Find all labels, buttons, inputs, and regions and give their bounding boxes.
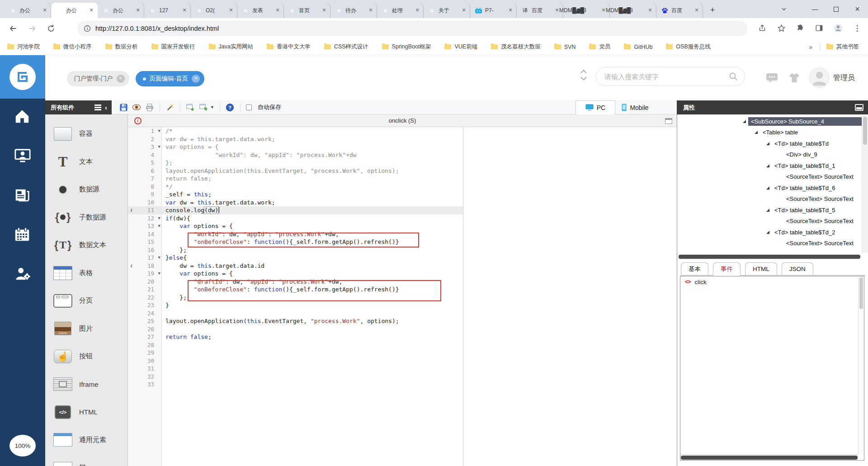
- export-dropdown-icon[interactable]: ▼: [210, 105, 214, 109]
- palette-item-文本[interactable]: T文本: [45, 148, 127, 176]
- tree-horizontal-scrollbar[interactable]: [678, 254, 861, 260]
- browser-tab[interactable]: 百度×: [656, 3, 703, 18]
- browser-tab[interactable]: 首页×: [284, 3, 330, 18]
- apps-shirt-icon[interactable]: [788, 72, 800, 83]
- palette-item-表格[interactable]: 表格: [45, 259, 127, 287]
- events-vertical-scrollbar[interactable]: [858, 276, 864, 454]
- sidebar-item-calendar[interactable]: [14, 226, 32, 244]
- tab-close-icon[interactable]: ×: [134, 7, 142, 14]
- tree-node[interactable]: <Table> table: [677, 127, 862, 138]
- browser-tab[interactable]: 译百度×: [517, 3, 563, 18]
- reload-icon[interactable]: [44, 22, 58, 35]
- palette-item-按钮[interactable]: ☝按钮: [45, 342, 127, 371]
- browser-tab[interactable]: MDM█▆█MB×: [610, 3, 656, 18]
- maximize-button[interactable]: [826, 0, 847, 18]
- palette-item-iframe[interactable]: Iframe: [45, 371, 127, 399]
- new-tab-button[interactable]: +: [706, 4, 719, 16]
- fold-caret-icon[interactable]: ▼: [158, 214, 160, 223]
- back-icon[interactable]: [6, 22, 20, 35]
- help-icon[interactable]: ?: [226, 103, 235, 112]
- browser-tab[interactable]: 办公×: [98, 3, 144, 18]
- tree-node[interactable]: <Div> div_9: [677, 149, 862, 161]
- bookmark-item[interactable]: OSB服务总线: [666, 43, 710, 51]
- page-info-icon[interactable]: [84, 25, 91, 32]
- preview-icon[interactable]: [132, 103, 141, 112]
- extensions-icon[interactable]: [794, 22, 807, 34]
- browser-tab[interactable]: 办公×: [51, 3, 98, 18]
- app-logo[interactable]: [0, 55, 45, 99]
- tree-node[interactable]: <Td> table_table$Td: [677, 138, 862, 149]
- expand-caret-icon[interactable]: [766, 142, 769, 145]
- browser-tab[interactable]: 处理×: [377, 3, 424, 18]
- bookmark-item[interactable]: CSS样式设计: [324, 43, 368, 51]
- search-icon[interactable]: [728, 71, 738, 81]
- browser-tab[interactable]: MDM█▆█MB×: [563, 3, 610, 18]
- device-pc-button[interactable]: PC: [576, 100, 615, 114]
- properties-tab-基本[interactable]: 基本: [681, 262, 708, 275]
- properties-tab-html[interactable]: HTML: [745, 262, 777, 275]
- expand-caret-icon[interactable]: [755, 131, 758, 134]
- forward-icon[interactable]: [25, 22, 39, 35]
- properties-tab-事件[interactable]: 事件: [713, 262, 741, 275]
- tab-close-icon[interactable]: ×: [41, 7, 48, 14]
- bookmark-item[interactable]: 河池学院: [7, 43, 40, 51]
- import-icon[interactable]: [186, 103, 195, 112]
- palette-item-数据文本[interactable]: {T}数据文本: [45, 231, 127, 259]
- export-icon[interactable]: [199, 103, 208, 112]
- search-input[interactable]: [604, 73, 728, 81]
- palette-item-数据源[interactable]: 数据源: [45, 176, 127, 204]
- browser-tab[interactable]: 关于×: [424, 3, 470, 18]
- bookmark-item[interactable]: 香港中文大学: [267, 43, 311, 51]
- palette-menu-icon[interactable]: [94, 105, 101, 110]
- breakpoint-info-icon[interactable]: i: [131, 206, 132, 214]
- wand-icon[interactable]: [165, 103, 175, 112]
- palette-item-html[interactable]: </>HTML: [45, 398, 127, 426]
- bookmark-item[interactable]: Java实用网站: [209, 43, 253, 51]
- tab-close-icon[interactable]: ×: [507, 7, 514, 14]
- fold-caret-icon[interactable]: ▼: [158, 127, 160, 135]
- browser-menu-icon[interactable]: ⋮: [851, 22, 863, 34]
- expand-caret-icon[interactable]: [766, 186, 769, 190]
- save-icon[interactable]: [119, 103, 128, 112]
- expand-caret-icon[interactable]: [743, 120, 746, 123]
- current-user-label[interactable]: 管理员: [833, 73, 855, 83]
- tab-close-icon[interactable]: ×: [274, 7, 281, 14]
- bookmark-item[interactable]: GitHUb: [624, 44, 652, 50]
- tag-close-icon[interactable]: ✕: [117, 75, 125, 83]
- palette-item-子数据源[interactable]: {}子数据源: [45, 204, 127, 232]
- expand-caret-icon[interactable]: [766, 164, 769, 167]
- browser-tab[interactable]: 127×: [144, 3, 191, 18]
- bookmark-item[interactable]: 茂名荔枝大数据: [491, 43, 541, 51]
- browser-tab[interactable]: 办公×: [5, 3, 51, 18]
- tree-node[interactable]: <Td> table_table$Td_2: [677, 227, 862, 238]
- events-horizontal-scrollbar[interactable]: [680, 454, 858, 460]
- chevron-up-icon[interactable]: [580, 70, 587, 74]
- bookmark-item[interactable]: 数据分析: [105, 43, 138, 51]
- sidebar-item-user-gear[interactable]: [14, 265, 32, 283]
- message-icon[interactable]: [766, 72, 778, 83]
- tag-close-icon[interactable]: ✕: [192, 75, 200, 83]
- bookmark-item[interactable]: VUE前端: [444, 43, 477, 51]
- maximize-editor-icon[interactable]: [665, 118, 672, 124]
- breakpoint-info-icon[interactable]: i: [131, 262, 132, 270]
- browser-tab[interactable]: O2(×: [191, 3, 237, 18]
- palette-item-容器[interactable]: 容器: [45, 120, 127, 148]
- close-window-button[interactable]: ×: [847, 0, 868, 18]
- palette-item-通用元素[interactable]: 通用元素: [45, 426, 127, 454]
- tree-node[interactable]: <SubSource> SubSource_4: [677, 116, 862, 127]
- minimize-button[interactable]: —: [804, 0, 826, 18]
- tab-close-icon[interactable]: ×: [693, 7, 700, 14]
- bookmark-star-icon[interactable]: [775, 22, 788, 34]
- device-mobile-button[interactable]: Mobile: [615, 100, 655, 114]
- zoom-level-badge[interactable]: 100%: [9, 435, 36, 456]
- tab-close-icon[interactable]: ×: [227, 7, 235, 14]
- avatar[interactable]: [809, 67, 830, 88]
- tab-close-icon[interactable]: ×: [88, 7, 95, 14]
- tree-vertical-scrollbar[interactable]: [862, 116, 868, 253]
- browser-tab[interactable]: P7-×: [470, 3, 517, 18]
- tree-node[interactable]: <SourceText> SourceText: [677, 171, 862, 183]
- bookmark-item[interactable]: 国家开发银行: [151, 43, 195, 51]
- tab-search-chevron-icon[interactable]: [773, 0, 794, 18]
- sidebar-item-user-monitor[interactable]: [14, 147, 32, 165]
- palette-collapse-icon[interactable]: ‹: [105, 104, 107, 111]
